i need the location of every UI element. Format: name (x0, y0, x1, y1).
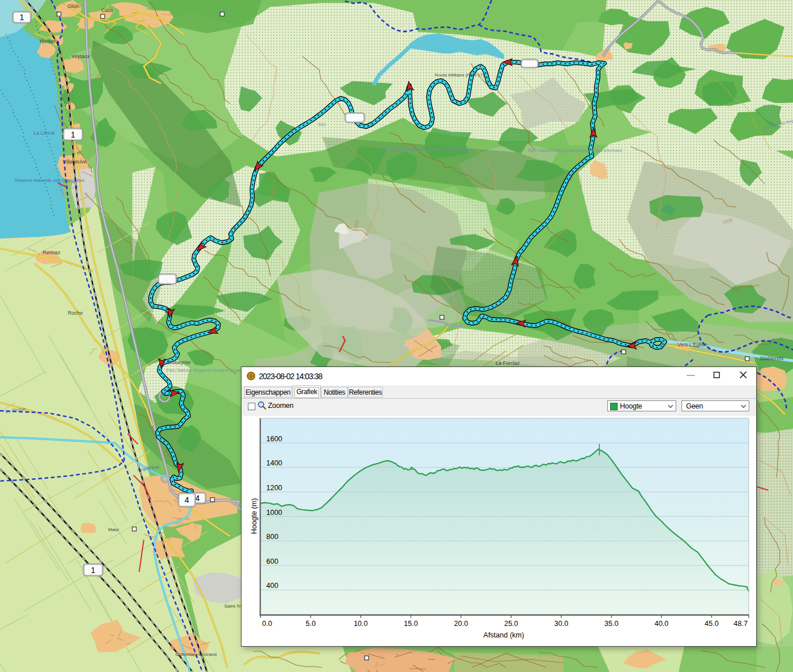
svg-text:Vers L'Eglise: Vers L'Eglise (677, 342, 707, 348)
svg-text:15.0: 15.0 (404, 620, 417, 628)
svg-text:Caux: Caux (101, 7, 114, 13)
svg-text:Diablerets: Diablerets (760, 356, 784, 361)
svg-text:30.0: 30.0 (554, 620, 568, 628)
svg-text:1200: 1200 (266, 484, 282, 492)
svg-text:Hoogte (m): Hoogte (m) (250, 498, 258, 534)
svg-text:Territet: Territet (39, 39, 55, 44)
svg-text:48.7: 48.7 (734, 620, 748, 628)
svg-text:500: 500 (318, 122, 326, 127)
svg-text:1: 1 (91, 566, 95, 575)
svg-text:Parc Naturel Régional Gruyère: Parc Naturel Régional Gruyère Pays-d'Enh… (379, 147, 473, 152)
svg-text:Rennaz: Rennaz (43, 250, 61, 255)
svg-text:45.0: 45.0 (704, 620, 718, 628)
svg-text:Réserve Naturelle des Grangett: Réserve Naturelle des Grangettes (15, 178, 85, 183)
svg-text:35.0: 35.0 (604, 620, 618, 628)
svg-text:1600: 1600 (266, 435, 282, 443)
svg-text:20.0: 20.0 (454, 620, 468, 628)
svg-text:1: 1 (20, 13, 24, 22)
svg-text:Masz: Masz (108, 527, 119, 532)
svg-text:Veytaux: Veytaux (71, 54, 90, 59)
svg-text:Roche: Roche (68, 310, 83, 316)
svg-text:5.0: 5.0 (306, 620, 316, 628)
svg-text:Route Militaire (Pont 17): Route Militaire (Pont 17) (435, 72, 485, 78)
svg-text:4: 4 (196, 494, 200, 503)
svg-text:1400: 1400 (266, 459, 282, 467)
svg-text:Villeneuve: Villeneuve (63, 159, 86, 165)
svg-text:1000: 1000 (266, 509, 282, 517)
svg-text:400: 400 (266, 582, 278, 590)
svg-text:Glion: Glion (67, 3, 79, 9)
svg-text:Parc Naturel Régional Gruyère: Parc Naturel Régional Gruyère Pays-d'Enh… (528, 148, 622, 153)
svg-text:Colbeyrier: Colbeyrier (167, 360, 191, 365)
svg-text:40.0: 40.0 (654, 620, 668, 628)
svg-text:La Limna: La Limna (33, 130, 55, 136)
svg-text:0.0: 0.0 (262, 620, 272, 628)
svg-text:25.0: 25.0 (504, 620, 518, 628)
svg-text:Afstand (km): Afstand (km) (484, 631, 524, 639)
svg-text:1: 1 (71, 130, 75, 139)
svg-text:La Forclaz: La Forclaz (496, 360, 520, 366)
svg-text:10.0: 10.0 (354, 620, 367, 628)
svg-text:600: 600 (266, 558, 278, 566)
svg-text:800: 800 (266, 533, 278, 541)
svg-text:4: 4 (185, 495, 189, 505)
svg-text:Collombey-le-Grand: Collombey-le-Grand (175, 652, 217, 657)
